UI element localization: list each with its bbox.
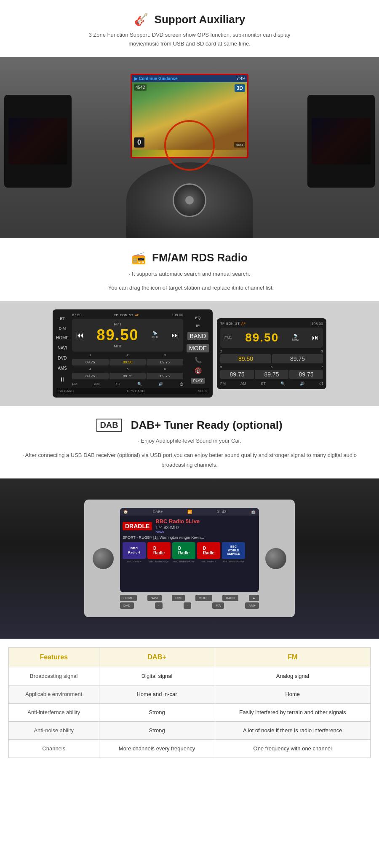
btn-band[interactable]: BAND	[187, 332, 209, 340]
screen-wifi: 📶	[187, 510, 192, 514]
preset-2b[interactable]: 89.75	[272, 354, 323, 363]
preset-2a[interactable]: 89.50	[220, 354, 271, 363]
preset-labels-row2: 4 5 6	[72, 367, 183, 371]
dab-section: DAB DAB+ Tuner Ready (optional) · Enjoy …	[0, 406, 379, 478]
screen-android: 🤖	[251, 510, 256, 514]
stereo-btn-dim[interactable]: DIM	[172, 595, 185, 601]
row1-fm: Analog signal	[215, 667, 370, 685]
th-features: Features	[9, 647, 99, 667]
stereo-knob-right[interactable]	[265, 548, 286, 569]
lbl2-af: AF	[241, 322, 246, 325]
preset-num-1: 1	[72, 353, 109, 357]
preset-3b[interactable]: 89.75	[255, 370, 288, 379]
btn-search-2[interactable]: 🔍	[280, 382, 285, 386]
dab-station-row: DRADLE BBC Radio 5Live 174.928MHz News	[123, 518, 256, 534]
radio-title: FM/AM RDS Radio	[152, 251, 248, 264]
preset-5[interactable]: 89.75	[109, 373, 146, 379]
gps-number: 4542	[134, 84, 147, 91]
stereo-btn-up[interactable]: ▲	[249, 595, 259, 601]
stereo-btn-dot2[interactable]: ·	[184, 602, 191, 609]
btn-phone-end[interactable]: 📵	[195, 367, 202, 374]
dab-ch-r5[interactable]: DRadle	[147, 542, 171, 559]
btn-phone[interactable]: 📞	[195, 357, 202, 363]
stereo-knob-left[interactable]	[93, 548, 114, 569]
ch-r6-label: DRadle	[178, 546, 190, 555]
stereo-buttons-row2: DVD · · F/A AM+	[120, 602, 259, 609]
btn-fm-2[interactable]: FM	[220, 382, 226, 386]
btn-vol[interactable]: 🔊	[158, 382, 163, 386]
stereo-btn-fa[interactable]: F/A	[212, 602, 224, 609]
side-labels: BT DIM HOME NAVI DVD AMS ⏸	[56, 313, 69, 386]
radio-unit-main: BT DIM HOME NAVI DVD AMS ⏸ 87.50 TP EON …	[53, 309, 213, 398]
preset-4[interactable]: 89.75	[72, 373, 109, 379]
stereo-btn-mode[interactable]: MODE	[195, 595, 212, 601]
dab-program: SPORT - RUGBY [1]: Warrington winger Kev…	[123, 535, 256, 540]
bottom-gpscard: GPS CARD	[127, 389, 144, 393]
main-freq-display: 89.50	[96, 326, 139, 344]
gps-header: ▶ Continue Guidance 7:49	[132, 75, 247, 82]
btn-mode[interactable]: MODE	[187, 344, 209, 352]
table-body: Broadcasting signal Digital signal Analo…	[9, 667, 371, 758]
car-dashboard	[126, 162, 253, 238]
radio-mode-2: FM1	[224, 336, 232, 340]
stereo-btn-home[interactable]: HOME	[120, 595, 137, 601]
btn-power[interactable]: ⏻	[179, 382, 183, 386]
label-eq: EQ	[195, 316, 200, 320]
ch-bbc4-label: BBCRadio 4	[128, 546, 140, 554]
ch-name-2: BBC Radio 5Live	[147, 560, 171, 563]
left-monitor-screen	[8, 118, 67, 164]
ch-bbcws-label: BBCWORLDSERVICE	[227, 545, 240, 556]
header-row: Features DAB+ FM	[9, 647, 371, 667]
btn-search[interactable]: 🔍	[137, 382, 142, 386]
stereo-btn-dvd[interactable]: DVD	[120, 602, 134, 609]
lbl-af: AF	[135, 313, 139, 317]
radio-unit-label: MHz	[96, 344, 139, 348]
comparison-table: Features DAB+ FM Broadcasting signal Dig…	[8, 647, 371, 758]
auxiliary-icon: 🎸	[134, 13, 149, 27]
table-row: Broadcasting signal Digital signal Analo…	[9, 667, 371, 685]
btn-forward-2[interactable]: ⏭	[312, 334, 319, 341]
btn-fm[interactable]: FM	[72, 382, 77, 386]
dab-ch-r7[interactable]: DRadle	[197, 542, 220, 559]
stereo-btn-band[interactable]: BAND	[222, 595, 238, 601]
btn-rewind[interactable]: ⏮	[76, 331, 84, 340]
stereo-btn-navi[interactable]: NAVI	[147, 595, 162, 601]
dab-title: DAB+ Tuner Ready (optional)	[131, 419, 283, 432]
preset-1[interactable]: 89.75	[72, 359, 109, 365]
preset-num-6: 6	[147, 367, 183, 371]
stereo-btn-am[interactable]: AM+	[245, 602, 259, 609]
radio-presets-row1: 89.75 89.50 89.75	[72, 359, 183, 365]
ch-r7-label: DRadle	[203, 546, 214, 555]
dab-station-name: BBC Radio 5Live	[155, 518, 200, 524]
btn-am-2[interactable]: AM	[240, 382, 246, 386]
preset-6[interactable]: 89.75	[147, 373, 183, 379]
btn-power-2[interactable]: ⏻	[319, 382, 323, 386]
row5-dab: More channels every frequency	[99, 740, 215, 758]
freq-left: 87.50	[72, 313, 82, 317]
preset-3c[interactable]: 89.75	[289, 370, 323, 379]
bottom-sdcard: SD CARD	[59, 389, 74, 393]
right-monitor-screen	[312, 118, 371, 164]
label-ir: IR	[196, 324, 200, 328]
freq-right: 108.00	[171, 313, 183, 317]
stereo-screen-header: 🏠 DAB+ 📶 01:43 🤖	[120, 508, 259, 516]
btn-am[interactable]: AM	[94, 382, 100, 386]
presets-2: 89.50 89.75	[220, 354, 323, 363]
table-row: Applicable environment Home and in-car H…	[9, 685, 371, 703]
preset-3[interactable]: 89.75	[147, 359, 183, 365]
dab-ch-bbc4[interactable]: BBCRadio 4	[123, 542, 146, 559]
lbl-st: ST	[129, 313, 133, 317]
gps-time: 7:49	[237, 76, 245, 81]
preset-3a[interactable]: 89.75	[220, 370, 254, 379]
dab-ch-r6[interactable]: DRadle	[172, 542, 195, 559]
table-header: Features DAB+ FM	[9, 647, 371, 667]
btn-forward[interactable]: ⏭	[171, 331, 179, 340]
btn-st[interactable]: ST	[116, 382, 121, 386]
btn-st-2[interactable]: ST	[261, 382, 266, 386]
stereo-btn-dot1[interactable]: ·	[155, 602, 163, 609]
preset-2[interactable]: 89.50	[109, 359, 146, 365]
btn-vol-2[interactable]: 🔊	[300, 382, 304, 386]
dab-ch-bbcws[interactable]: BBCWORLDSERVICE	[222, 542, 245, 559]
btn-play[interactable]: PLAY	[191, 378, 205, 384]
radio-top-bar-2: TP EON ST AF 108.00	[220, 322, 323, 326]
